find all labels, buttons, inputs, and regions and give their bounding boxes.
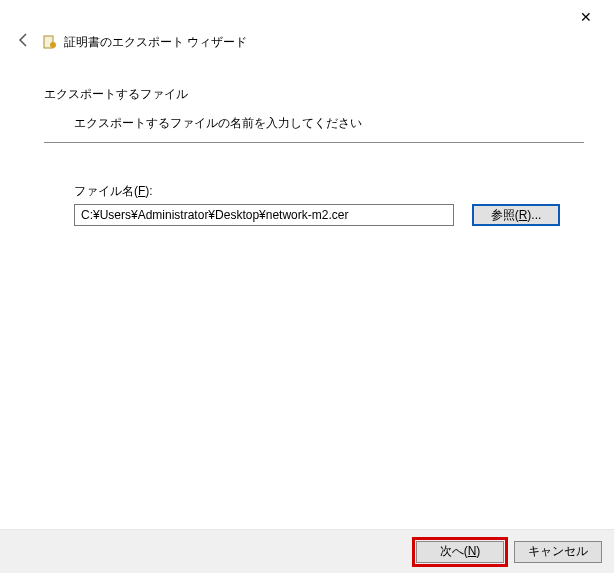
cancel-button[interactable]: キャンセル	[514, 541, 602, 563]
next-prefix: 次へ(	[440, 544, 468, 558]
wizard-title: 証明書のエクスポート ウィザード	[64, 34, 247, 51]
close-icon[interactable]: ✕	[566, 9, 606, 25]
filename-row: 参照(R)...	[74, 204, 604, 226]
certificate-wizard-icon	[42, 34, 58, 50]
filename-label: ファイル名(F):	[74, 183, 604, 200]
wizard-header: 証明書のエクスポート ウィザード	[0, 34, 614, 58]
page-heading: エクスポートするファイル	[44, 86, 604, 103]
svg-point-1	[50, 42, 56, 48]
wizard-footer: 次へ(N) キャンセル	[0, 529, 614, 573]
next-button[interactable]: 次へ(N)	[416, 541, 504, 563]
filename-label-suffix: ):	[145, 184, 152, 198]
filename-field-group: ファイル名(F): 参照(R)...	[44, 143, 604, 226]
titlebar: ✕	[0, 0, 614, 34]
wizard-content: エクスポートするファイル エクスポートするファイルの名前を入力してください ファ…	[0, 58, 614, 226]
browse-button[interactable]: 参照(R)...	[472, 204, 560, 226]
browse-prefix: 参照(	[491, 208, 519, 222]
filename-input[interactable]	[74, 204, 454, 226]
filename-label-prefix: ファイル名(	[74, 184, 138, 198]
next-suffix: )	[476, 544, 480, 558]
browse-suffix: )...	[527, 208, 541, 222]
page-description-wrap: エクスポートするファイルの名前を入力してください	[44, 115, 584, 143]
back-arrow-icon[interactable]	[12, 32, 36, 53]
page-description: エクスポートするファイルの名前を入力してください	[74, 115, 584, 132]
